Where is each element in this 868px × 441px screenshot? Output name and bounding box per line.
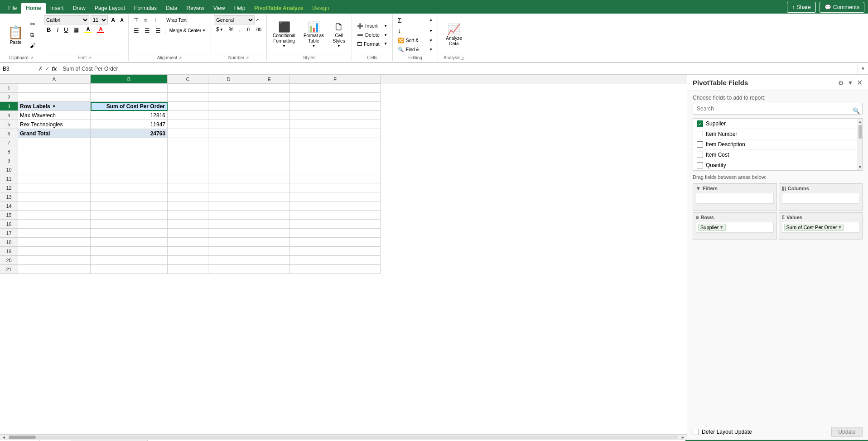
increase-decimal-button[interactable]: .0 — [244, 26, 252, 33]
formula-input[interactable] — [59, 63, 858, 74]
number-format-select[interactable]: General — [214, 15, 255, 24]
supplier-checkbox[interactable]: ✓ — [697, 120, 703, 127]
col-header-c[interactable]: C — [168, 75, 208, 84]
formula-function-icon[interactable]: fx — [52, 65, 57, 72]
cell-d2[interactable] — [208, 93, 249, 102]
cell-e6[interactable] — [249, 129, 290, 138]
font-expand-icon[interactable]: ↗ — [88, 56, 92, 60]
formula-cancel-icon[interactable]: ✗ — [38, 65, 43, 72]
col-header-a[interactable]: A — [18, 75, 91, 84]
sum-button[interactable]: Σ ▼ — [395, 15, 435, 25]
merge-center-button[interactable]: Merge & Center ▼ — [167, 27, 208, 34]
field-scroll-thumb[interactable] — [858, 125, 862, 139]
cell-styles-button[interactable]: 🗋 Cell Styles ▼ — [329, 15, 349, 54]
cell-e5[interactable] — [249, 120, 290, 129]
cell-b5[interactable]: 11947 — [91, 120, 168, 129]
borders-button[interactable]: ▦ — [71, 25, 81, 34]
pivot-area-filters[interactable]: ▼ Filters — [693, 183, 777, 211]
clipboard-expand-icon[interactable]: ↗ — [30, 56, 34, 60]
cell-a3-row-labels[interactable]: Row Labels ▼ — [18, 102, 91, 111]
cell-a1[interactable] — [18, 84, 91, 93]
decrease-decimal-button[interactable]: .00 — [253, 26, 264, 33]
cell-e1[interactable] — [249, 84, 290, 93]
pivot-search-input[interactable] — [693, 103, 863, 115]
field-item-item-number[interactable]: Item Number — [693, 129, 862, 139]
cell-a5[interactable]: Rex Technologies — [18, 120, 91, 129]
insert-dropdown-icon[interactable]: ▼ — [384, 24, 387, 28]
cell-d5[interactable] — [208, 120, 249, 129]
font-size-select[interactable]: 11 — [91, 15, 108, 24]
cell-b1[interactable] — [91, 84, 168, 93]
format-as-table-button[interactable]: 📊 Format as Table ▼ — [300, 15, 327, 54]
filters-area-content[interactable] — [696, 193, 774, 204]
tab-home[interactable]: Home — [21, 3, 45, 14]
delete-dropdown-icon[interactable]: ▼ — [384, 33, 387, 37]
italic-button[interactable]: I — [54, 25, 61, 34]
formula-confirm-icon[interactable]: ✓ — [45, 65, 50, 72]
tab-pivottable-analyze[interactable]: PivotTable Analyze — [250, 3, 308, 14]
cell-b4[interactable]: 12816 — [91, 111, 168, 120]
font-color-button[interactable]: A — [95, 25, 106, 34]
col-header-e[interactable]: E — [249, 75, 290, 84]
alignment-expand-icon[interactable]: ↗ — [178, 56, 182, 60]
align-left-button[interactable]: ☰ — [131, 26, 141, 35]
h-scroll-thumb[interactable] — [9, 436, 36, 439]
values-area-content[interactable]: Sum of Cost Per Order ▼ — [782, 222, 860, 233]
h-scrollbar[interactable]: ◄ ► — [0, 434, 687, 440]
rows-supplier-tag[interactable]: Supplier ▼ — [698, 224, 726, 231]
currency-button[interactable]: $▼ — [214, 25, 226, 34]
tab-formulas[interactable]: Formulas — [130, 3, 161, 14]
insert-cells-button[interactable]: ➕ Insert ▼ — [355, 22, 390, 30]
values-cost-tag[interactable]: Sum of Cost Per Order ▼ — [784, 224, 844, 231]
cell-e3[interactable] — [249, 102, 290, 111]
cell-c4[interactable] — [168, 111, 208, 120]
col-header-f[interactable]: F — [290, 75, 381, 84]
tab-draw[interactable]: Draw — [68, 3, 90, 14]
col-header-b[interactable]: B — [91, 75, 168, 84]
cell-f5[interactable] — [290, 120, 381, 129]
rows-area-content[interactable]: Supplier ▼ — [696, 222, 774, 233]
cell-d1[interactable] — [208, 84, 249, 93]
cell-c6[interactable] — [168, 129, 208, 138]
item-number-checkbox[interactable] — [697, 131, 703, 137]
cut-button[interactable]: ✂ — [28, 19, 38, 29]
name-box[interactable]: B3 — [0, 63, 36, 74]
merge-center-dropdown-icon[interactable]: ▼ — [202, 29, 206, 33]
pivot-area-columns[interactable]: ||| Columns — [779, 183, 863, 211]
analysis-collapse-icon[interactable]: △ — [461, 56, 464, 60]
cell-f6[interactable] — [290, 129, 381, 138]
conditional-formatting-dropdown[interactable]: ▼ — [282, 44, 286, 48]
defer-layout-update[interactable]: Defer Layout Update — [693, 429, 752, 435]
values-tag-dropdown-icon[interactable]: ▼ — [838, 225, 842, 230]
align-middle-button[interactable]: ≡ — [142, 15, 150, 25]
tab-file[interactable]: File — [4, 3, 21, 14]
percent-button[interactable]: % — [227, 25, 236, 34]
h-scroll-left-btn[interactable]: ◄ — [0, 435, 8, 440]
align-bottom-button[interactable]: ⊥ — [150, 15, 160, 25]
align-right-button[interactable]: ☰ — [153, 26, 163, 35]
row-labels-dropdown-icon[interactable]: ▼ — [52, 104, 56, 109]
cell-e4[interactable] — [249, 111, 290, 120]
columns-area-content[interactable] — [782, 193, 860, 204]
pivot-area-values[interactable]: Σ Values Sum of Cost Per Order ▼ — [779, 212, 863, 240]
cell-c5[interactable] — [168, 120, 208, 129]
comma-button[interactable]: , — [236, 25, 242, 34]
cell-f1[interactable] — [290, 84, 381, 93]
format-cells-button[interactable]: 🗔 Format ▼ — [355, 40, 390, 48]
tab-page-layout[interactable]: Page Layout — [90, 3, 130, 14]
font-name-select[interactable]: Calibri — [44, 15, 89, 24]
tab-review[interactable]: Review — [182, 3, 208, 14]
wrap-text-button[interactable]: Wrap Text — [164, 16, 189, 24]
format-painter-button[interactable]: 🖌 — [28, 41, 38, 50]
cell-f2[interactable] — [290, 93, 381, 102]
quantity-checkbox[interactable] — [697, 162, 703, 168]
cell-f4[interactable] — [290, 111, 381, 120]
cell-a6-grand-total[interactable]: Grand Total — [18, 129, 91, 138]
sheet-container[interactable]: A B C D E F 1 2 — [0, 75, 687, 434]
item-cost-checkbox[interactable] — [697, 152, 703, 158]
fill-button[interactable]: ↓ ▼ — [395, 26, 435, 36]
align-center-button[interactable]: ☰ — [142, 26, 152, 35]
number-expand-icon[interactable]: ↗ — [246, 56, 249, 60]
underline-button[interactable]: U — [62, 25, 70, 34]
copy-button[interactable]: ⧉ — [28, 30, 38, 40]
